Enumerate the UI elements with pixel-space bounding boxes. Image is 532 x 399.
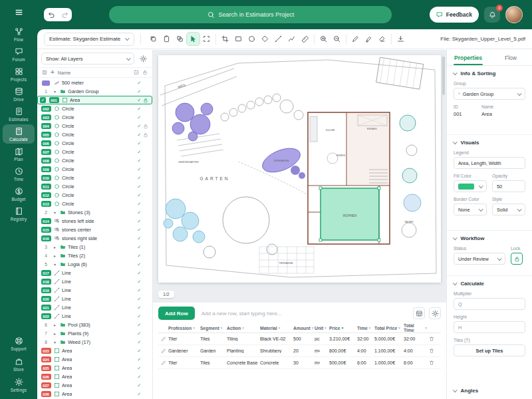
layer-visibility-check[interactable]: ✓	[137, 236, 141, 241]
layer-row[interactable]: 018Line✓	[37, 277, 152, 286]
edit-row-button[interactable]	[158, 360, 168, 366]
nav-item-settings[interactable]: Settings	[3, 375, 35, 394]
layer-visibility-check[interactable]: ✓	[137, 357, 141, 362]
status-select[interactable]: Under Review	[454, 253, 505, 265]
info-sorting-header[interactable]: Info & Sorting	[454, 70, 525, 76]
layer-row[interactable]: 010Circle✓	[37, 174, 152, 182]
chevron-open-icon[interactable]: ▾	[54, 262, 58, 267]
layer-row[interactable]: 005Circle✓	[37, 130, 152, 139]
layer-row[interactable]: 017Line✓	[37, 269, 152, 277]
chevron-closed-icon[interactable]: ▸	[54, 245, 58, 249]
layer-group-row[interactable]: 1▾Garden Group✓	[37, 87, 152, 96]
layer-visibility-check[interactable]: ✓	[137, 305, 141, 311]
height-input[interactable]: H	[454, 321, 525, 333]
layer-row[interactable]: 024Area✓	[37, 355, 152, 364]
calculate-header[interactable]: Calculate	[454, 281, 525, 287]
layer-row[interactable]: 007Circle✓	[37, 148, 152, 156]
layer-row[interactable]: ✓001Area✓	[37, 96, 152, 104]
nav-item-drive[interactable]: Drive	[3, 84, 35, 104]
set-up-tiles-button[interactable]: Set up Tiles	[454, 344, 525, 356]
layer-row[interactable]: 027Area✓	[37, 381, 152, 390]
legend-input[interactable]: Area, Length, Width	[454, 157, 525, 169]
layer-row[interactable]: 011Circle✓	[37, 182, 152, 191]
layer-visibility-check[interactable]: ✓	[137, 89, 141, 94]
layer-visibility-check[interactable]: ✓	[137, 201, 141, 207]
layer-row[interactable]: 015stones center✓	[37, 225, 152, 234]
layer-visibility-check[interactable]: ✓	[137, 279, 141, 285]
delete-row-button[interactable]	[427, 336, 436, 342]
layer-visibility-check[interactable]: ✓	[137, 193, 141, 198]
add-row-button[interactable]: Add Row	[158, 307, 195, 320]
layer-group-row[interactable]: 6▸Pool (383)✓	[37, 321, 152, 329]
layer-row[interactable]: 028Area✓	[37, 390, 152, 398]
layer-visibility-check[interactable]: ✓	[137, 331, 141, 336]
layer-visibility-check[interactable]: ✓	[137, 271, 141, 276]
sort-icon[interactable]: ▾	[242, 326, 244, 330]
chevron-open-icon[interactable]: ▾	[54, 340, 58, 344]
layer-row[interactable]: 008Circle✓	[37, 156, 152, 165]
opacity-input[interactable]: 50	[492, 180, 525, 192]
sort-icon[interactable]: ▾	[221, 326, 223, 330]
layer-selected-checkbox[interactable]: ✓	[40, 97, 46, 103]
layer-group-row[interactable]: 3▸Tiles (1)✓	[37, 243, 152, 251]
blue-trees-overlay[interactable]	[164, 199, 205, 243]
layer-row[interactable]: 021Line✓	[37, 303, 152, 312]
layer-visibility-check[interactable]: ✓	[137, 132, 141, 138]
layer-row[interactable]: 004Circle✓	[37, 122, 152, 130]
crop-tool-button[interactable]	[219, 33, 231, 45]
layers-settings-button[interactable]	[138, 53, 148, 64]
circle-tool-button[interactable]	[245, 33, 258, 45]
border-color-select[interactable]: None	[454, 203, 487, 215]
workflow-header[interactable]: Workflow	[454, 235, 525, 241]
duplicate-tool-button[interactable]	[174, 33, 186, 45]
edit-row-button[interactable]	[158, 348, 168, 354]
layer-row[interactable]: 012Circle✓	[37, 191, 152, 200]
zoom-out-tool-button[interactable]	[331, 33, 343, 45]
layer-row[interactable]: 002Circle✓	[37, 104, 152, 113]
zoom-in-tool-button[interactable]	[317, 33, 330, 45]
nav-item-flow[interactable]: Flow	[3, 25, 35, 44]
layer-visibility-check[interactable]: ✓	[137, 366, 141, 371]
layer-row[interactable]: 019Line✓	[37, 286, 152, 295]
sort-icon[interactable]: ▾	[425, 326, 427, 330]
layer-visibility-check[interactable]: ✓	[137, 383, 141, 388]
ruler-tool-button[interactable]	[299, 33, 311, 45]
sort-icon[interactable]: ▾	[342, 326, 344, 330]
sort-icon[interactable]: ▾	[279, 326, 281, 330]
line-tool-button[interactable]	[272, 33, 285, 45]
feedback-button[interactable]: Feedback	[430, 7, 479, 23]
layer-visibility-check[interactable]: ✓	[137, 262, 141, 267]
polyline-tool-button[interactable]	[285, 33, 298, 45]
page-indicator[interactable]: 1/2	[158, 291, 174, 298]
estimate-select[interactable]: Estimate: Skygarden Estimate	[44, 33, 134, 46]
column-header-profession[interactable]: Profession▾	[168, 326, 200, 331]
column-header-amount[interactable]: Amount▾	[293, 326, 315, 331]
layer-row[interactable]: 003Circle✓	[37, 113, 152, 122]
expand-tool-button[interactable]	[200, 33, 213, 45]
nav-item-plan[interactable]: Plan	[3, 144, 35, 164]
chevron-closed-icon[interactable]: ▸	[54, 253, 58, 258]
column-header-time[interactable]: Time▾	[357, 326, 374, 331]
notifications-button[interactable]: 3	[484, 7, 500, 23]
delete-row-button[interactable]	[427, 360, 436, 366]
layer-group-row[interactable]: 8▾Weed (17)✓	[37, 338, 152, 346]
column-header-total-price[interactable]: Total Price▾	[374, 326, 404, 331]
layer-visibility-check[interactable]: ✓	[137, 340, 141, 345]
clipboard-tool-button[interactable]	[160, 33, 173, 45]
layer-group-row[interactable]: 5▾Logia (6)✓	[37, 260, 152, 269]
layer-visibility-check[interactable]: ✓	[137, 158, 141, 164]
angles-header[interactable]: Angles	[454, 381, 525, 394]
table-row[interactable]: TilerTilesConcrete BaseConcrete30m³500,0…	[158, 357, 441, 369]
group-select[interactable]: › Garden Group	[454, 88, 525, 100]
layer-visibility-check[interactable]: ✓	[137, 253, 141, 259]
nav-item-time[interactable]: Time	[3, 164, 35, 184]
floor-plan[interactable]: WEG GEMÜSEGARTEN GARTEN STEINGARTEN KÜCH…	[158, 55, 441, 283]
table-layout-button[interactable]	[413, 307, 425, 319]
undo-button[interactable]	[45, 9, 57, 20]
layer-row[interactable]: 026Area✓	[37, 372, 152, 381]
name-column-header[interactable]: Name	[58, 70, 70, 76]
purple-trees-overlay[interactable]	[172, 103, 213, 141]
layer-visibility-check[interactable]: ✓	[137, 210, 141, 215]
layer-row[interactable]: 500 meter✓	[37, 78, 152, 87]
nav-item-budget[interactable]: Budget	[3, 184, 35, 203]
